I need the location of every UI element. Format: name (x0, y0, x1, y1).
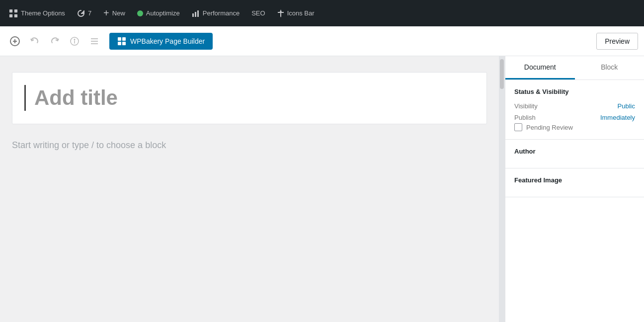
editor-content[interactable]: Add title Start writing or type / to cho… (0, 56, 499, 322)
preview-button[interactable]: Preview (596, 33, 638, 50)
undo-button[interactable] (26, 32, 44, 50)
status-visibility-section: Status & Visibility Visibility Public Pu… (505, 80, 644, 140)
grid-icon (9, 9, 18, 18)
visibility-row: Visibility Public (514, 100, 635, 112)
thumbtack-icon (277, 9, 284, 17)
info-button[interactable] (66, 32, 83, 50)
editor-toolbar: WPBakery Page Builder Preview (0, 26, 644, 56)
sidebar-tab-bar: Document Block (505, 56, 644, 80)
seo-label: SEO (251, 9, 265, 17)
autoptimize-icon (137, 10, 143, 16)
main-layout: Add title Start writing or type / to cho… (0, 56, 644, 322)
redo-button[interactable] (46, 32, 64, 50)
scroll-track[interactable] (499, 56, 505, 322)
svg-rect-1 (14, 9, 17, 12)
svg-rect-5 (195, 12, 196, 17)
svg-rect-19 (122, 42, 126, 45)
tab-document[interactable]: Document (505, 56, 575, 80)
sidebar: Document Block Status & Visibility Visib… (505, 56, 644, 322)
theme-options-label: Theme Options (21, 9, 65, 17)
admin-bar: Theme Options 7 + New Autoptimize (0, 0, 644, 26)
title-placeholder[interactable]: Add title (24, 84, 471, 112)
author-section: Author (505, 140, 644, 168)
visibility-value[interactable]: Public (618, 102, 635, 110)
admin-bar-seo[interactable]: SEO (246, 0, 270, 26)
svg-rect-3 (14, 14, 17, 17)
visibility-label: Visibility (514, 102, 538, 110)
wpbakery-button[interactable]: WPBakery Page Builder (109, 33, 213, 50)
scroll-thumb[interactable] (500, 59, 504, 89)
pending-review-row: Pending Review (514, 123, 635, 131)
svg-point-12 (74, 39, 75, 40)
svg-rect-4 (192, 13, 194, 17)
updates-count: 7 (88, 9, 91, 17)
performance-label: Performance (203, 9, 240, 17)
icons-bar-label: Icons Bar (287, 9, 315, 17)
publish-label: Publish (514, 114, 536, 121)
autoptimize-label: Autoptimize (146, 9, 180, 17)
content-placeholder[interactable]: Start writing or type / to choose a bloc… (12, 134, 487, 157)
plus-icon: + (103, 7, 109, 19)
svg-rect-0 (9, 9, 12, 12)
title-cursor (24, 85, 26, 111)
add-block-button[interactable] (6, 32, 24, 50)
title-block[interactable]: Add title (12, 72, 487, 124)
refresh-icon (77, 9, 85, 17)
new-label: New (112, 9, 125, 17)
svg-rect-17 (122, 37, 126, 41)
wpbakery-label: WPBakery Page Builder (130, 37, 205, 45)
admin-bar-performance[interactable]: Performance (187, 0, 244, 26)
admin-bar-icons-bar[interactable]: Icons Bar (272, 0, 320, 26)
author-section-title: Author (514, 148, 635, 155)
featured-image-section: Featured Image (505, 168, 644, 197)
publish-value[interactable]: Immediately (600, 114, 635, 121)
status-section-title: Status & Visibility (514, 88, 635, 95)
tab-block[interactable]: Block (575, 56, 644, 80)
svg-rect-16 (118, 37, 121, 41)
admin-bar-new[interactable]: + New (98, 0, 130, 26)
pending-review-label: Pending Review (526, 124, 573, 131)
admin-bar-updates[interactable]: 7 (72, 0, 96, 26)
featured-image-title: Featured Image (514, 176, 635, 184)
svg-rect-18 (118, 42, 121, 45)
svg-rect-6 (197, 10, 199, 17)
list-view-button[interactable] (85, 32, 103, 50)
svg-rect-2 (9, 14, 12, 17)
performance-icon (192, 9, 200, 17)
publish-row: Publish Immediately (514, 112, 635, 123)
preview-label: Preview (605, 37, 630, 45)
admin-bar-theme-options[interactable]: Theme Options (4, 0, 70, 26)
pending-review-checkbox[interactable] (514, 123, 522, 131)
admin-bar-autoptimize[interactable]: Autoptimize (132, 0, 185, 26)
